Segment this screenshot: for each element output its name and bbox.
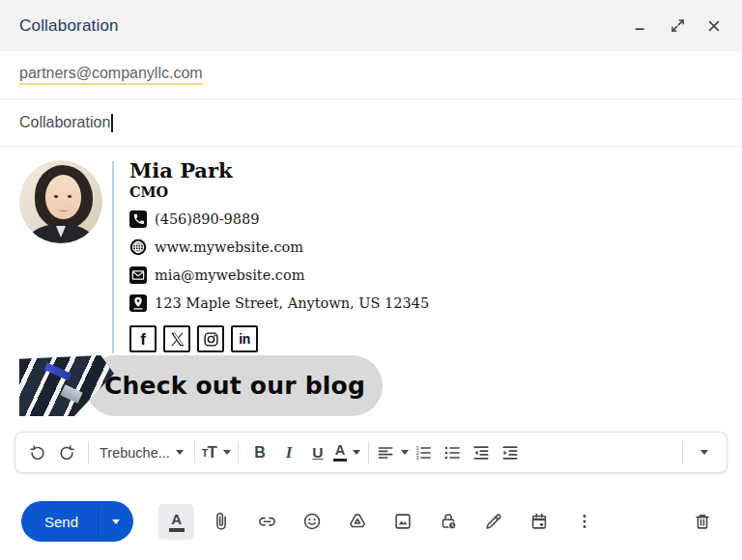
linkedin-icon[interactable]: in <box>231 325 258 352</box>
insert-emoji-icon[interactable] <box>294 503 330 540</box>
confidential-mode-icon[interactable] <box>430 503 467 540</box>
email-signature: Mia Park CMO (456)890-9889 www.mywebsite… <box>19 157 429 353</box>
signature-divider <box>112 161 114 353</box>
facebook-icon[interactable]: f <box>129 325 157 352</box>
font-family-label: Trebuche... <box>100 445 170 461</box>
align-button[interactable] <box>376 436 409 469</box>
close-icon[interactable] <box>703 15 725 37</box>
linkedin-glyph: in <box>239 332 249 346</box>
x-twitter-icon[interactable] <box>163 325 190 352</box>
signature-role: CMO <box>129 183 429 200</box>
attach-file-icon[interactable] <box>203 503 240 540</box>
compose-window: Collaboration partners@companyllc.com Co… <box>0 0 742 560</box>
formatting-toolbar: Trebuche... T T B I U A 123 <box>14 432 728 473</box>
font-size-selector[interactable]: T T <box>202 436 231 469</box>
underline-button[interactable]: U <box>303 436 332 469</box>
signature-pen-icon[interactable] <box>475 503 512 540</box>
email-address: mia@mywebsite.com <box>155 267 304 283</box>
street-address: 123 Maple Street, Anytown, US 12345 <box>155 295 429 311</box>
email-icon <box>129 266 147 284</box>
popout-icon[interactable] <box>667 15 688 37</box>
signature-details: Mia Park CMO (456)890-9889 www.mywebsite… <box>129 157 429 353</box>
chevron-down-icon <box>353 450 360 455</box>
signature-name: Mia Park <box>129 159 429 182</box>
phone-icon <box>129 210 147 228</box>
more-options-icon[interactable] <box>566 503 603 540</box>
indent-decrease-icon[interactable] <box>467 436 496 469</box>
chevron-down-icon <box>223 450 231 455</box>
google-drive-icon[interactable] <box>339 503 376 540</box>
compose-titlebar: Collaboration <box>0 0 742 51</box>
minimize-icon[interactable] <box>630 15 651 37</box>
more-formatting-icon[interactable] <box>690 436 719 469</box>
recipients-field[interactable]: partners@companyllc.com <box>0 51 742 99</box>
blog-banner-pill: Check out our blog <box>85 355 383 416</box>
blog-banner[interactable]: Check out our blog <box>19 355 383 416</box>
text-color-button[interactable]: A <box>332 436 361 469</box>
indent-increase-icon[interactable] <box>496 436 525 469</box>
globe-icon <box>129 238 147 256</box>
instagram-icon[interactable] <box>197 325 224 352</box>
phone-number: (456)890-9889 <box>155 211 259 227</box>
numbered-list-icon[interactable]: 123 <box>409 436 438 469</box>
location-icon <box>129 294 147 312</box>
contact-row-phone: (456)890-9889 <box>129 210 429 228</box>
insert-link-icon[interactable] <box>248 503 285 540</box>
contact-row-website: www.mywebsite.com <box>129 238 429 256</box>
formatting-options-button[interactable]: A <box>158 504 194 540</box>
send-options-button[interactable] <box>99 501 133 542</box>
signature-photo <box>19 160 102 243</box>
contact-row-address: 123 Maple Street, Anytown, US 12345 <box>129 294 429 312</box>
insert-image-icon[interactable] <box>385 503 421 540</box>
send-button[interactable]: Send <box>21 501 98 542</box>
text-cursor <box>111 114 113 132</box>
window-controls <box>630 15 725 37</box>
undo-icon[interactable] <box>23 436 52 469</box>
compose-actions-bar: Send A <box>0 498 742 545</box>
italic-button[interactable]: I <box>274 436 303 469</box>
compose-title: Collaboration <box>19 16 119 36</box>
bulleted-list-icon[interactable] <box>438 436 467 469</box>
facebook-glyph: f <box>140 331 146 348</box>
chevron-down-icon <box>176 450 184 455</box>
discard-draft-icon[interactable] <box>684 503 721 540</box>
send-split-button: Send <box>21 501 133 542</box>
svg-text:3: 3 <box>415 454 418 460</box>
font-family-selector[interactable]: Trebuche... <box>96 436 187 469</box>
blog-banner-text: Check out our blog <box>104 372 365 400</box>
redo-icon[interactable] <box>52 436 81 469</box>
calendar-icon[interactable] <box>521 503 557 540</box>
bold-button[interactable]: B <box>245 436 274 469</box>
chevron-down-icon <box>401 450 409 455</box>
contact-row-email: mia@mywebsite.com <box>129 266 429 284</box>
recipient-address[interactable]: partners@companyllc.com <box>19 65 203 85</box>
subject-field[interactable]: Collaboration <box>0 99 742 147</box>
website-url: www.mywebsite.com <box>155 239 303 255</box>
social-links: f in <box>129 325 429 352</box>
subject-text: Collaboration <box>19 114 110 131</box>
